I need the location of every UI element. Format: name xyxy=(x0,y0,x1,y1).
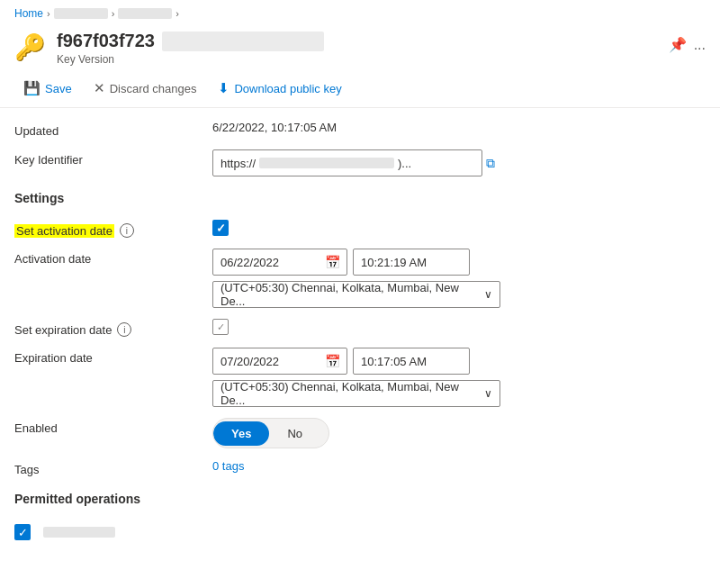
copy-icon[interactable]: ⧉ xyxy=(486,156,495,171)
expiration-time-input[interactable] xyxy=(353,348,470,375)
tags-link[interactable]: 0 tags xyxy=(212,459,706,473)
tags-label: Tags xyxy=(14,459,212,476)
key-identifier-value: https:// )... ⧉ xyxy=(212,149,706,176)
download-label: Download public key xyxy=(234,82,341,95)
save-button[interactable]: 💾 Save xyxy=(14,77,81,100)
breadcrumb-level2 xyxy=(118,8,172,19)
key-id-container: https:// )... ⧉ xyxy=(212,149,706,176)
key-id-field: https:// )... xyxy=(212,149,482,176)
title-blurred xyxy=(162,32,324,51)
expiration-check-icon: ✓ xyxy=(217,321,225,333)
tags-value: 0 tags xyxy=(212,459,706,473)
chevron-down-icon: ∨ xyxy=(484,288,492,301)
more-options-icon[interactable]: ... xyxy=(694,37,706,53)
info-icon[interactable]: i xyxy=(120,223,134,238)
set-expiration-row: Set expiration date i ✓ xyxy=(0,313,720,342)
header-actions: 📌 ... xyxy=(669,31,706,53)
set-expiration-label: Set expiration date i xyxy=(14,319,212,337)
activation-date-inputs: 📅 xyxy=(212,249,706,276)
expiration-date-label: Expiration date xyxy=(14,348,212,365)
expiration-date-input[interactable] xyxy=(212,348,347,375)
expiration-date-inputs: 📅 xyxy=(212,348,706,375)
toolbar: 💾 Save ✕ Discard changes ⬇ Download publ… xyxy=(0,73,720,108)
updated-row: Updated 6/22/2022, 10:17:05 AM xyxy=(0,115,720,144)
set-activation-label: Set activation date i xyxy=(14,220,212,238)
header-content: f967f03f723 Key Version xyxy=(57,31,658,66)
activation-checkbox[interactable]: ✓ xyxy=(212,220,229,236)
permitted-ops-row: Permitted operations xyxy=(0,483,720,515)
page-subtitle: Key Version xyxy=(57,53,658,66)
expiration-date-value: 📅 (UTC+05:30) Chennai, Kolkata, Mumbai, … xyxy=(212,348,706,407)
enabled-toggle[interactable]: Yes No xyxy=(212,418,329,448)
breadcrumb-level1 xyxy=(54,8,108,19)
activation-time-input[interactable] xyxy=(353,249,470,276)
key-id-blurred xyxy=(259,158,394,168)
set-activation-value: ✓ xyxy=(212,220,706,236)
key-icon: 🔑 xyxy=(14,32,46,62)
partial-check-icon: ✓ xyxy=(18,526,28,539)
key-identifier-label: Key Identifier xyxy=(14,149,212,167)
expiration-chevron-icon: ∨ xyxy=(484,387,492,400)
expiration-info-icon[interactable]: i xyxy=(117,322,131,337)
key-identifier-row: Key Identifier https:// )... ⧉ xyxy=(0,144,720,182)
toggle-yes-option[interactable]: Yes xyxy=(213,421,269,446)
breadcrumb-chevron-1: › xyxy=(47,8,50,19)
updated-label: Updated xyxy=(14,121,212,138)
activation-date-input[interactable] xyxy=(212,249,347,276)
breadcrumb-home[interactable]: Home xyxy=(14,7,43,20)
settings-row: Settings xyxy=(0,182,720,214)
breadcrumb: Home › › › xyxy=(0,0,720,27)
page-title: f967f03f723 xyxy=(57,31,658,51)
activation-timezone-dropdown[interactable]: (UTC+05:30) Chennai, Kolkata, Mumbai, Ne… xyxy=(212,281,500,308)
enabled-value: Yes No xyxy=(212,418,706,448)
content-area: Updated 6/22/2022, 10:17:05 AM Key Ident… xyxy=(0,108,720,553)
save-icon: 💾 xyxy=(23,80,40,96)
download-button[interactable]: ⬇ Download public key xyxy=(209,77,350,100)
page-header: 🔑 f967f03f723 Key Version 📌 ... xyxy=(0,27,720,73)
activation-date-row: Activation date 📅 (UTC+05:30) Chennai, K… xyxy=(0,243,720,313)
download-icon: ⬇ xyxy=(218,80,230,96)
expiration-date-wrapper: 📅 xyxy=(212,348,347,375)
activation-date-label: Activation date xyxy=(14,249,212,266)
discard-button[interactable]: ✕ Discard changes xyxy=(85,77,206,100)
toggle-no-option[interactable]: No xyxy=(269,421,320,446)
partial-label: ✓ xyxy=(14,520,212,540)
updated-value: 6/22/2022, 10:17:05 AM xyxy=(212,121,706,134)
partial-bottom-row: ✓ xyxy=(0,515,720,546)
discard-icon: ✕ xyxy=(94,80,105,96)
expiration-date-row: Expiration date 📅 (UTC+05:30) Chennai, K… xyxy=(0,342,720,412)
permitted-ops-label: Permitted operations xyxy=(14,488,140,510)
discard-label: Discard changes xyxy=(110,82,197,95)
settings-label: Settings xyxy=(14,187,64,209)
breadcrumb-chevron-2: › xyxy=(112,8,115,19)
activation-date-wrapper: 📅 xyxy=(212,249,347,276)
enabled-label: Enabled xyxy=(14,418,212,435)
expiration-timezone-dropdown[interactable]: (UTC+05:30) Chennai, Kolkata, Mumbai, Ne… xyxy=(212,380,500,407)
partial-checkbox[interactable]: ✓ xyxy=(14,524,31,540)
set-expiration-value: ✓ xyxy=(212,319,706,335)
enabled-row: Enabled Yes No xyxy=(0,412,720,454)
title-prefix: f967f03f723 xyxy=(57,31,155,51)
checkmark-icon: ✓ xyxy=(216,222,226,235)
activation-timezone-row: (UTC+05:30) Chennai, Kolkata, Mumbai, Ne… xyxy=(212,281,706,308)
expiration-timezone-row: (UTC+05:30) Chennai, Kolkata, Mumbai, Ne… xyxy=(212,380,706,407)
activation-date-value: 📅 (UTC+05:30) Chennai, Kolkata, Mumbai, … xyxy=(212,249,706,308)
breadcrumb-chevron-3: › xyxy=(176,8,179,19)
expiration-checkbox[interactable]: ✓ xyxy=(212,319,229,335)
set-activation-row: Set activation date i ✓ xyxy=(0,214,720,243)
tags-row: Tags 0 tags xyxy=(0,454,720,483)
partial-blurred xyxy=(43,527,115,538)
save-label: Save xyxy=(45,82,72,95)
pin-icon[interactable]: 📌 xyxy=(669,36,687,53)
